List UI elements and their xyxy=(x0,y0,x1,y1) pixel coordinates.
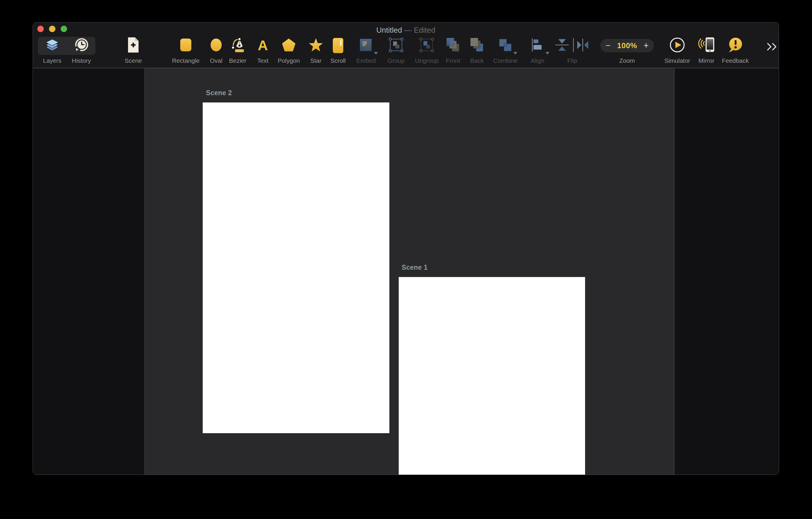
document-area: Scene 2 Scene 1 xyxy=(33,68,779,475)
flip-vertical-horizontal-icon xyxy=(555,37,589,54)
history-icon xyxy=(74,37,89,54)
scroll-icon xyxy=(333,38,343,53)
scene-2-title[interactable]: Scene 2 xyxy=(206,89,232,97)
align-icon xyxy=(530,37,545,54)
left-panel xyxy=(33,68,144,475)
artboard-scene-2[interactable] xyxy=(203,103,389,433)
flip-button[interactable]: Flip xyxy=(550,36,594,64)
simulator-play-icon xyxy=(669,37,685,54)
history-label: History xyxy=(59,57,103,64)
embed-icon xyxy=(359,38,373,53)
zoom-pill: − 100% + xyxy=(600,39,654,52)
scene-1-title[interactable]: Scene 1 xyxy=(402,264,428,271)
toolbar: Untitled — Edited Layers xyxy=(33,23,779,68)
zoom-label: Zoom xyxy=(597,57,658,64)
document-title: Untitled xyxy=(376,26,402,34)
double-chevron-right-icon xyxy=(766,47,778,51)
history-button[interactable]: History xyxy=(59,36,103,64)
scene-label: Scene xyxy=(111,57,155,64)
rectangle-icon xyxy=(180,38,192,53)
text-tool-icon: A xyxy=(258,38,268,53)
layers-icon xyxy=(45,38,59,53)
artboard-scene-1[interactable] xyxy=(399,277,585,475)
feedback-button[interactable]: Feedback xyxy=(714,36,757,64)
zoom-level-value[interactable]: 100% xyxy=(617,41,637,50)
scene-button[interactable]: Scene xyxy=(111,36,155,64)
send-to-back-icon xyxy=(469,37,485,54)
feedback-bubble-icon xyxy=(728,37,743,54)
mirror-phone-icon xyxy=(698,37,715,54)
zoom-out-button[interactable]: − xyxy=(606,41,611,50)
right-panel xyxy=(675,68,779,475)
zoom-control: − 100% + Zoom xyxy=(597,36,658,64)
toolbar-overflow-button[interactable] xyxy=(766,43,778,52)
feedback-label: Feedback xyxy=(714,57,757,64)
new-scene-icon xyxy=(127,37,139,54)
combine-icon xyxy=(498,38,513,53)
zoom-in-button[interactable]: + xyxy=(643,41,649,50)
titlebar[interactable]: Untitled — Edited xyxy=(33,23,779,36)
window-title: Untitled — Edited xyxy=(33,23,779,36)
document-status: — Edited xyxy=(404,26,435,34)
group-icon xyxy=(388,37,404,54)
app-window: Untitled — Edited Layers xyxy=(33,22,779,475)
flip-label: Flip xyxy=(550,57,594,64)
align-dropdown-icon xyxy=(545,52,550,55)
